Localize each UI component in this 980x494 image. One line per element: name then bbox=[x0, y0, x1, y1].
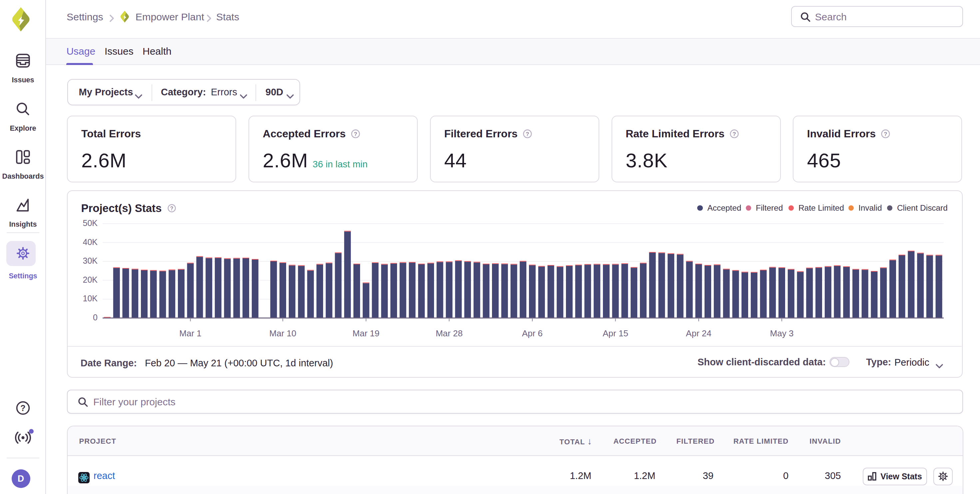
svg-text:?: ? bbox=[20, 403, 25, 413]
svg-text:?: ? bbox=[732, 131, 736, 137]
svg-text:?: ? bbox=[884, 131, 887, 137]
svg-text:?: ? bbox=[526, 131, 529, 137]
svg-text:?: ? bbox=[354, 131, 357, 137]
